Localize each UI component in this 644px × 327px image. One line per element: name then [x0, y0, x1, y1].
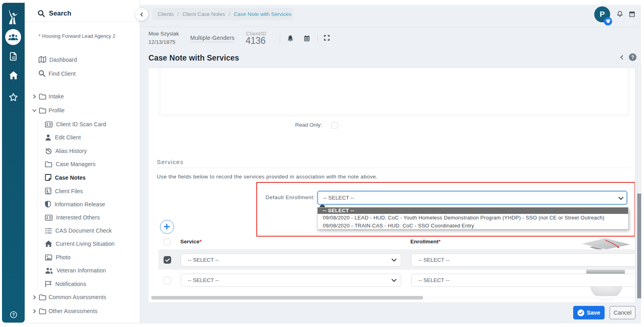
sidebar-item-notifications[interactable]: Notifications	[45, 281, 86, 287]
case-note-icon	[45, 174, 51, 181]
sidebar-item-veteran-information[interactable]: Veteran Information	[45, 267, 106, 274]
page-title: Case Note with Services	[148, 53, 239, 63]
clients-group-icon	[8, 34, 18, 40]
breadcrumb: Clients / Client Case Notes / Case Note …	[152, 8, 293, 20]
client-dob: 12/13/1875	[148, 39, 176, 45]
rail-clients-button[interactable]	[5, 29, 21, 45]
chevron-down-icon	[618, 196, 624, 201]
home-icon	[9, 71, 18, 79]
sidebar-group-other-assessments[interactable]: Other Assessments	[32, 308, 98, 314]
client-name: Moe Szyslak	[148, 31, 179, 37]
sidebar-item-interested-others[interactable]: Interested Others	[45, 214, 100, 221]
enrollment-select-1[interactable]: -- SELECT --	[411, 253, 635, 266]
save-button[interactable]: Save	[573, 306, 605, 319]
form-card: Read Only: Services Use the fields below…	[148, 68, 635, 303]
dropdown-option-selected[interactable]: -- SELECT --	[318, 208, 628, 214]
rail-favorites-button[interactable]	[2, 93, 25, 102]
flag-icon	[45, 281, 52, 287]
sidebar-item-dashboard[interactable]: Dashboard	[39, 56, 77, 63]
search-icon	[38, 10, 45, 17]
sidebar-item-cas-document-check[interactable]: CAS Document Check	[45, 227, 112, 234]
app-root: ? Search * Housing Forward Lead Agency 2…	[0, 0, 644, 327]
sidebar-item-client-id-scan-card[interactable]: Client ID Scan Card	[45, 121, 106, 127]
service-column-header: Service*	[180, 239, 201, 245]
sidebar-item-client-files[interactable]: Client Files	[45, 188, 83, 194]
vertical-scrollbar-thumb[interactable]	[637, 194, 641, 298]
chevron-right-icon	[32, 94, 37, 99]
history-icon	[45, 148, 52, 154]
folder-icon	[45, 161, 52, 167]
chevron-right-icon	[32, 94, 37, 99]
breadcrumb-separator: /	[229, 11, 230, 17]
plus-icon	[164, 224, 170, 230]
sidebar-item-information-release[interactable]: Information Release	[45, 201, 105, 208]
chevron-right-icon	[32, 309, 37, 313]
sidebar-item-find-client[interactable]: Find Client	[39, 70, 76, 77]
client-alerts-bell-button[interactable]	[288, 35, 293, 42]
sidebar: Search * Housing Forward Lead Agency 2 D…	[25, 0, 140, 323]
sidebar-item-photo[interactable]: Photo	[45, 254, 70, 260]
breadcrumb-clients[interactable]: Clients	[158, 11, 174, 17]
dashboard-map-icon	[39, 56, 46, 63]
page-help-button[interactable]: ?	[629, 53, 636, 61]
client-schedule-button[interactable]	[304, 35, 310, 41]
sidebar-search[interactable]: Search	[25, 0, 140, 22]
chevron-down-icon	[391, 278, 397, 283]
enrollment-dropdown: -- SELECT -- 09/08/2020 - LEAD - HUD: Co…	[317, 207, 628, 229]
expand-fullscreen-button[interactable]	[324, 35, 330, 41]
calendar-button[interactable]	[629, 11, 635, 17]
horizontal-scrollbar-thumb[interactable]	[151, 296, 423, 300]
collapse-sidebar-button[interactable]	[135, 8, 148, 21]
sidebar-item-case-managers[interactable]: Case Managers	[45, 161, 96, 167]
client-id-value: 4136	[246, 35, 265, 46]
sidebar-item-edit-client[interactable]: Edit Client	[45, 134, 81, 141]
divider	[280, 33, 280, 44]
sidebar-item-current-living-situation[interactable]: Current Living Situation	[45, 241, 115, 247]
breadcrumb-client-case-notes[interactable]: Client Case Notes	[182, 11, 225, 17]
service-select-1[interactable]: -- SELECT --	[181, 253, 401, 266]
default-enrollment-select[interactable]: -- SELECT --	[317, 191, 627, 205]
client-gender[interactable]: Multiple-Genders	[190, 35, 234, 42]
chevron-right-icon	[32, 295, 37, 300]
shield-icon	[45, 201, 51, 208]
sidebar-item-case-notes[interactable]: Case Notes	[45, 174, 86, 181]
chevron-right-icon	[32, 309, 37, 313]
tree-guide-line	[37, 119, 37, 289]
sidebar-group-intake[interactable]: Intake	[32, 93, 64, 100]
sidebar-item-alias-history[interactable]: Alias History	[45, 148, 87, 154]
sidebar-group-common-assessments[interactable]: Common Assessments	[32, 294, 106, 300]
chevron-left-icon	[140, 12, 144, 17]
row-checkbox-checked[interactable]	[164, 256, 171, 264]
service-select-2[interactable]: -- SELECT --	[181, 274, 401, 287]
read-only-label: Read Only:	[264, 122, 322, 128]
rail-home-button[interactable]	[2, 71, 25, 79]
breadcrumb-current: Case Note with Services	[234, 11, 291, 17]
collapse-panel-button[interactable]	[620, 55, 624, 60]
notifications-bell-button[interactable]	[617, 11, 623, 17]
cancel-button[interactable]: Cancel	[609, 306, 636, 319]
note-editor[interactable]	[159, 68, 629, 116]
help-icon: ?	[10, 311, 17, 318]
document-icon	[10, 52, 17, 61]
agency-name[interactable]: * Housing Forward Lead Agency 2	[39, 33, 115, 39]
sidebar-group-profile[interactable]: Profile	[32, 107, 64, 114]
rail-caseload-button[interactable]	[2, 52, 25, 61]
header-divider	[140, 27, 640, 27]
enrollment-select-2[interactable]: -- SELECT --	[411, 274, 635, 287]
bell-icon	[288, 35, 293, 42]
select-all-checkbox[interactable]	[164, 239, 170, 245]
row-checkbox-unchecked[interactable]	[164, 277, 171, 284]
dropdown-option[interactable]: 09/08/2020 - LEAD - HUD: CoC - Youth Hom…	[318, 214, 628, 222]
dropdown-option[interactable]: 09/08/2020 - TRAIN CAS - HUD: CoC - SSO …	[318, 222, 628, 230]
read-only-checkbox[interactable]	[331, 122, 338, 129]
default-enrollment-label: Default Enrollment:	[265, 194, 315, 200]
people-icon	[45, 268, 53, 274]
id-card-icon	[45, 121, 53, 127]
left-rail: ?	[2, 3, 25, 323]
training-badge[interactable]	[604, 17, 612, 25]
app-logo[interactable]	[9, 10, 18, 25]
calendar-icon	[304, 35, 310, 41]
add-service-row-button[interactable]	[160, 220, 174, 234]
note-editor-body[interactable]	[160, 68, 628, 114]
rail-help-button[interactable]: ?	[2, 311, 25, 318]
